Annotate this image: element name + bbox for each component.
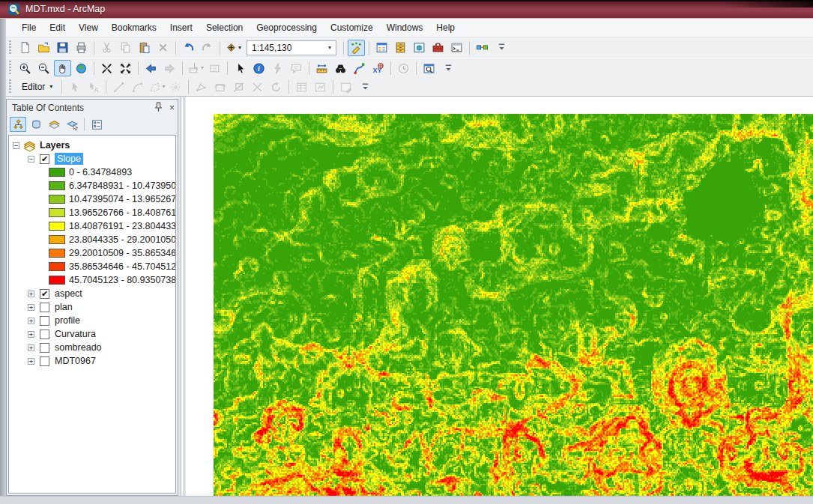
layer-visibility-checkbox[interactable] xyxy=(40,356,49,366)
list-by-source-button[interactable] xyxy=(28,117,44,132)
layer-visibility-checkbox[interactable] xyxy=(40,316,49,326)
legend-swatch[interactable] xyxy=(49,208,65,217)
modelbuilder-button[interactable] xyxy=(474,40,491,56)
expand-icon[interactable]: + xyxy=(28,331,34,338)
editor-menu-button[interactable]: Editor▾ xyxy=(16,79,58,94)
title-bar[interactable]: MDT.mxd - ArcMap xyxy=(0,0,813,19)
combo-dropdown-icon[interactable]: ▾ xyxy=(324,44,336,51)
menu-windows[interactable]: Windows xyxy=(380,20,430,35)
layer-label[interactable]: Slope xyxy=(55,153,83,165)
collapse-icon[interactable]: − xyxy=(28,156,34,163)
panel-splitter[interactable] xyxy=(178,97,186,496)
layer-label[interactable]: plan xyxy=(55,302,73,312)
reshape-tool-icon xyxy=(214,81,226,94)
expand-icon[interactable]: + xyxy=(28,318,34,324)
full-extent-button[interactable] xyxy=(73,60,90,76)
legend-item: 13.96526766 - 18.4087619 xyxy=(9,206,175,219)
expand-icon[interactable]: + xyxy=(28,358,34,365)
back-extent-button[interactable] xyxy=(142,60,160,76)
menu-insert[interactable]: Insert xyxy=(163,20,199,35)
viewer-window-button[interactable] xyxy=(420,60,438,76)
list-by-visibility-button[interactable] xyxy=(46,117,62,132)
menu-customize[interactable]: Customize xyxy=(324,20,380,35)
layer-label[interactable]: aspect xyxy=(55,288,82,299)
editor-menu-label: Editor xyxy=(22,82,45,92)
toolbar-separator xyxy=(175,41,176,55)
toolbar-grip[interactable] xyxy=(7,79,13,94)
legend-swatch[interactable] xyxy=(49,195,65,204)
menu-help[interactable]: Help xyxy=(429,20,462,35)
list-by-drawing-order-button[interactable] xyxy=(10,117,26,132)
legend-swatch[interactable] xyxy=(49,235,65,244)
list-by-selection-button[interactable] xyxy=(64,117,80,132)
map-scale-combo[interactable]: 1:145,130▾ xyxy=(247,40,336,55)
expand-icon[interactable]: + xyxy=(28,291,34,297)
go-to-xy-button[interactable]: XY xyxy=(369,60,387,76)
pin-icon[interactable] xyxy=(152,101,165,114)
undo-button[interactable] xyxy=(180,40,197,56)
globe-window-button[interactable] xyxy=(411,40,428,56)
layer-visibility-checkbox[interactable] xyxy=(40,303,49,312)
find-button[interactable] xyxy=(332,60,349,76)
layer-visibility-checkbox[interactable]: ✔ xyxy=(40,154,49,164)
layer-label[interactable]: MDT0967 xyxy=(55,356,96,366)
layer-visibility-checkbox[interactable] xyxy=(40,330,49,339)
paste-button[interactable] xyxy=(136,40,153,56)
undo-icon xyxy=(182,41,195,54)
toc-options-button[interactable] xyxy=(88,117,105,132)
layer-visibility-checkbox[interactable]: ✔ xyxy=(40,289,49,299)
expand-icon[interactable]: + xyxy=(28,304,34,311)
legend-swatch[interactable] xyxy=(49,168,65,177)
toolbar-options-button[interactable] xyxy=(440,60,457,76)
legend-swatch[interactable] xyxy=(49,249,65,258)
zoom-out-button[interactable] xyxy=(35,60,52,76)
zoom-in-button[interactable] xyxy=(16,60,34,76)
sketch-properties-icon xyxy=(314,81,327,94)
toolbar-grip[interactable] xyxy=(7,40,13,55)
slope-raster-map[interactable] xyxy=(214,114,813,496)
print-button[interactable] xyxy=(73,40,90,56)
toolbar-options-button[interactable] xyxy=(357,79,374,95)
catalog-window-button[interactable] xyxy=(392,40,409,56)
close-icon[interactable]: × xyxy=(169,103,175,113)
layer-label[interactable]: sombreado xyxy=(55,342,102,353)
save-button[interactable] xyxy=(54,40,71,56)
layer-visibility-checkbox[interactable] xyxy=(40,343,49,353)
python-window-button[interactable] xyxy=(448,40,465,56)
legend-swatch[interactable] xyxy=(49,181,65,190)
legend-swatch[interactable] xyxy=(49,222,65,231)
legend-label: 0 - 6.34784893 xyxy=(69,167,132,177)
legend-label: 13.96526766 - 18.4087619 xyxy=(69,207,176,218)
toolbar-grip[interactable] xyxy=(7,61,13,76)
menu-geoprocessing[interactable]: Geoprocessing xyxy=(250,20,324,35)
measure-button[interactable] xyxy=(313,60,330,76)
menu-file[interactable]: File xyxy=(15,20,43,35)
layer-label[interactable]: profile xyxy=(55,315,80,326)
arctoolbox-button[interactable] xyxy=(429,40,447,56)
toolbar-options-button[interactable] xyxy=(493,40,510,56)
forward-extent-icon xyxy=(163,62,176,75)
add-data-button[interactable]: ▾ xyxy=(224,40,242,56)
expand-icon[interactable]: + xyxy=(28,344,34,351)
pan-button[interactable] xyxy=(54,60,71,76)
find-route-button[interactable] xyxy=(351,60,368,76)
menu-bookmarks[interactable]: Bookmarks xyxy=(105,20,163,35)
fixed-zoom-out-button[interactable] xyxy=(117,60,134,76)
collapse-icon[interactable]: − xyxy=(13,142,19,149)
menu-edit[interactable]: Edit xyxy=(43,20,72,35)
legend-swatch[interactable] xyxy=(49,262,65,271)
cut-icon xyxy=(100,41,113,54)
legend-swatch[interactable] xyxy=(49,276,65,285)
menu-selection[interactable]: Selection xyxy=(199,20,250,35)
table-of-contents-button[interactable] xyxy=(373,40,390,56)
fixed-zoom-in-button[interactable] xyxy=(98,60,115,76)
open-document-button[interactable] xyxy=(35,40,52,56)
layers-root-label[interactable]: Layers xyxy=(40,140,70,151)
new-document-button[interactable] xyxy=(16,40,34,56)
clear-selection-button xyxy=(206,60,223,76)
select-elements-button[interactable] xyxy=(232,60,249,76)
sketch-tool-button[interactable] xyxy=(348,40,365,56)
identify-button[interactable]: i xyxy=(250,60,268,76)
layer-label[interactable]: Curvatura xyxy=(55,329,96,339)
menu-view[interactable]: View xyxy=(72,20,105,35)
